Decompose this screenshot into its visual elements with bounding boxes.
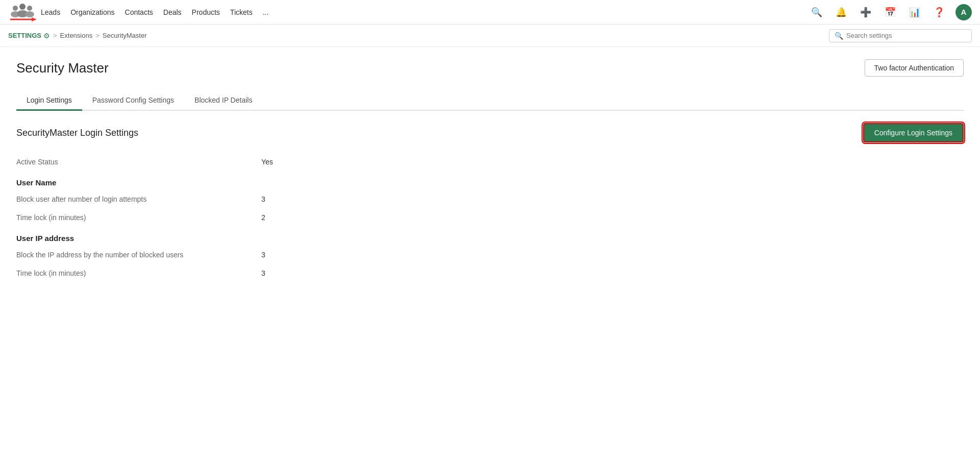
active-status-value: Yes	[261, 158, 273, 166]
block-ip-label: Block the IP address by the number of bl…	[16, 251, 261, 259]
breadcrumb-extensions[interactable]: Extensions	[60, 32, 93, 39]
nav-deals[interactable]: Deals	[163, 8, 182, 16]
breadcrumb-sep-2: >	[95, 32, 100, 39]
timelock-ip-value: 3	[261, 269, 265, 277]
two-factor-button[interactable]: Two factor Authentication	[865, 59, 964, 77]
block-ip-value: 3	[261, 251, 265, 259]
section-header: SecurityMaster Login Settings Configure …	[16, 123, 964, 142]
svg-marker-7	[32, 17, 37, 21]
login-settings-section: SecurityMaster Login Settings Configure …	[16, 123, 964, 282]
nav-icons: 🔍 🔔 ➕ 📅 📊 ❓ A	[808, 4, 972, 20]
calendar-icon[interactable]: 📅	[882, 4, 898, 20]
breadcrumb-current: SecurityMaster	[103, 32, 147, 39]
settings-gear-icon[interactable]: ⚙	[43, 32, 50, 40]
nav-organizations[interactable]: Organizations	[70, 8, 114, 16]
tab-blocked-ip[interactable]: Blocked IP Details	[184, 91, 262, 111]
search-input[interactable]	[846, 32, 966, 39]
table-row: Active Status Yes	[16, 153, 964, 171]
breadcrumb-settings[interactable]: SETTINGS	[8, 32, 41, 39]
userip-subsection-title: User IP address	[16, 227, 964, 246]
search-icon-sm: 🔍	[835, 32, 843, 40]
configure-login-settings-button[interactable]: Configure Login Settings	[863, 123, 964, 142]
timelock-ip-label: Time lock (in minutes)	[16, 269, 261, 277]
table-row: Time lock (in minutes) 2	[16, 208, 964, 227]
nav-products[interactable]: Products	[192, 8, 220, 16]
svg-point-1	[19, 4, 26, 10]
breadcrumb-sep-1: >	[53, 32, 57, 39]
nav-more[interactable]: ...	[263, 8, 269, 16]
help-icon[interactable]: ❓	[931, 4, 947, 20]
tabs: Login Settings Password Config Settings …	[16, 91, 964, 111]
nav-leads[interactable]: Leads	[41, 8, 60, 16]
timelock-username-value: 2	[261, 213, 265, 222]
nav-tickets[interactable]: Tickets	[230, 8, 253, 16]
svg-point-5	[25, 11, 34, 17]
nav-contacts[interactable]: Contacts	[125, 8, 153, 16]
svg-point-0	[13, 6, 18, 11]
section-title: SecurityMaster Login Settings	[16, 128, 138, 138]
settings-table: Active Status Yes User Name Block user a…	[16, 153, 964, 282]
nav-links: Leads Organizations Contacts Deals Produ…	[41, 8, 808, 16]
page-header: Security Master Two factor Authenticatio…	[16, 59, 964, 77]
avatar[interactable]: A	[955, 4, 972, 20]
tab-password-config[interactable]: Password Config Settings	[82, 91, 184, 111]
tab-login-settings[interactable]: Login Settings	[16, 91, 82, 111]
svg-point-2	[27, 6, 32, 11]
block-user-label: Block user after number of login attempt…	[16, 195, 261, 203]
page-title: Security Master	[16, 60, 109, 76]
topnav: Leads Organizations Contacts Deals Produ…	[0, 0, 980, 25]
search-bar[interactable]: 🔍	[829, 29, 972, 42]
logo[interactable]	[8, 1, 41, 23]
page-content: Security Master Two factor Authenticatio…	[0, 47, 980, 295]
table-row: Block user after number of login attempt…	[16, 190, 964, 208]
active-status-label: Active Status	[16, 158, 261, 166]
table-row: Block the IP address by the number of bl…	[16, 246, 964, 264]
table-row: Time lock (in minutes) 3	[16, 264, 964, 282]
add-icon[interactable]: ➕	[857, 4, 874, 20]
notifications-icon[interactable]: 🔔	[833, 4, 849, 20]
timelock-username-label: Time lock (in minutes)	[16, 213, 261, 222]
breadcrumb-bar: SETTINGS ⚙ > Extensions > SecurityMaster…	[0, 25, 980, 47]
search-icon[interactable]: 🔍	[808, 4, 825, 20]
username-subsection-title: User Name	[16, 171, 964, 190]
block-user-value: 3	[261, 195, 265, 203]
chart-icon[interactable]: 📊	[906, 4, 923, 20]
